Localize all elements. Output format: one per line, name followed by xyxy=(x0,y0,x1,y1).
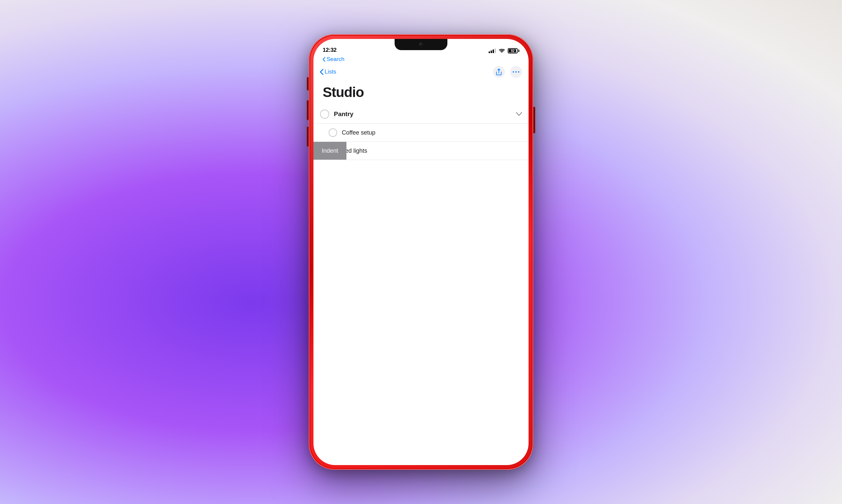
chevron-down-icon xyxy=(516,112,522,116)
back-chevron-icon xyxy=(320,69,323,75)
back-button[interactable]: Lists xyxy=(320,69,336,75)
share-icon xyxy=(496,69,502,75)
indent-label: Indent xyxy=(322,147,338,155)
signal-bar-2 xyxy=(490,51,492,53)
svg-point-0 xyxy=(513,71,514,73)
battery-indicator: 92 xyxy=(508,48,519,53)
indent-button[interactable]: Indent xyxy=(313,142,346,160)
wifi-icon xyxy=(499,49,505,53)
status-right: 92 xyxy=(489,48,519,53)
search-back-label: Search xyxy=(327,56,344,63)
pantry-chevron-icon[interactable] xyxy=(516,111,522,118)
content-area: Pantry Coffee setup Indent Led lights xyxy=(313,105,529,465)
battery-percent: 92 xyxy=(511,49,514,53)
phone-screen: 12:32 xyxy=(313,39,529,465)
signal-bar-4 xyxy=(495,49,496,53)
more-button[interactable] xyxy=(510,66,522,78)
pantry-checkbox[interactable] xyxy=(320,109,329,119)
svg-point-2 xyxy=(518,71,519,73)
nav-bar: Lists xyxy=(313,63,529,81)
coffee-setup-label: Coffee setup xyxy=(342,129,522,136)
more-dots-icon xyxy=(513,71,519,73)
signal-bar-1 xyxy=(489,52,490,53)
notch xyxy=(395,39,447,50)
led-lights-item: Indent Led lights xyxy=(313,142,529,160)
pantry-group-header: Pantry xyxy=(313,105,529,124)
nav-actions xyxy=(493,66,522,78)
share-button[interactable] xyxy=(493,66,505,78)
status-time: 12:32 xyxy=(323,47,337,53)
signal-bar-3 xyxy=(492,50,494,53)
back-label: Lists xyxy=(325,69,336,75)
svg-point-1 xyxy=(515,71,517,73)
camera xyxy=(419,42,423,47)
led-lights-label: Led lights xyxy=(342,147,522,155)
back-chevron-icon xyxy=(323,57,325,62)
phone-device: 12:32 xyxy=(309,34,533,470)
coffee-setup-checkbox[interactable] xyxy=(329,128,337,137)
search-back[interactable]: Search xyxy=(323,56,344,63)
signal-icon xyxy=(489,49,496,53)
page-title: Studio xyxy=(323,85,364,100)
power-button[interactable] xyxy=(533,107,535,133)
coffee-setup-item: Coffee setup xyxy=(313,124,529,142)
pantry-label: Pantry xyxy=(334,110,516,118)
